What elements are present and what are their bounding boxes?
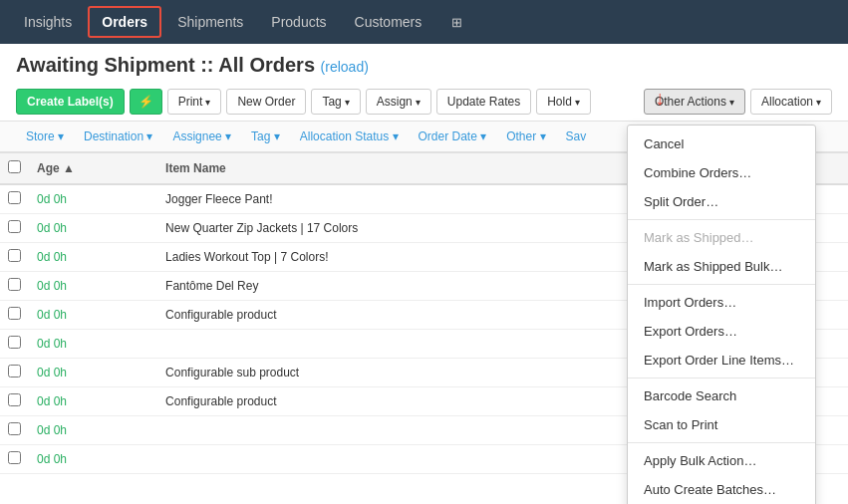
- dropdown-divider: [628, 442, 815, 443]
- dropdown-item-combine-orders-[interactable]: Combine Orders…: [628, 158, 815, 187]
- row-checkbox[interactable]: [8, 278, 21, 291]
- row-checkbox[interactable]: [8, 365, 21, 378]
- toolbar-right: Other Actions ↓ Allocation CancelCombine…: [644, 89, 832, 115]
- row-checkbox-cell[interactable]: [0, 184, 29, 214]
- item-name-cell: Configurable product: [157, 387, 657, 416]
- row-checkbox[interactable]: [8, 220, 21, 233]
- grid-icon[interactable]: ⊞: [445, 9, 468, 36]
- item-name-cell: Jogger Fleece Pant!: [157, 184, 657, 214]
- hold-button[interactable]: Hold: [536, 89, 591, 115]
- nav-item-shipments[interactable]: Shipments: [165, 8, 255, 36]
- age-cell: 0d 0h: [29, 301, 157, 330]
- filter-item-order-date[interactable]: Order Date ▾: [409, 126, 497, 147]
- filter-item-destination[interactable]: Destination ▾: [74, 126, 162, 147]
- dropdown-item-mark-as-shipped-bulk-[interactable]: Mark as Shipped Bulk…: [628, 252, 815, 281]
- dropdown-item-cancel[interactable]: Cancel: [628, 129, 815, 158]
- item-name-cell: [157, 445, 657, 474]
- age-cell: 0d 0h: [29, 445, 157, 474]
- dropdown-item-export-order-line-items-[interactable]: Export Order Line Items…: [628, 346, 815, 375]
- row-checkbox-cell[interactable]: [0, 416, 29, 445]
- dropdown-item-apply-bulk-action-[interactable]: Apply Bulk Action…: [628, 446, 815, 475]
- item-name-cell: [157, 330, 657, 359]
- row-checkbox[interactable]: [8, 191, 21, 204]
- filter-item-store[interactable]: Store ▾: [16, 126, 74, 147]
- item-name-column-header[interactable]: Item Name: [157, 153, 657, 184]
- dropdown-divider: [628, 219, 815, 220]
- row-checkbox-cell[interactable]: [0, 214, 29, 243]
- dropdown-item-import-orders-[interactable]: Import Orders…: [628, 288, 815, 317]
- page-title: Awaiting Shipment :: All Orders (reload): [16, 54, 369, 76]
- filter-item-assignee[interactable]: Assignee ▾: [162, 126, 241, 147]
- new-order-button[interactable]: New Order: [226, 89, 306, 115]
- dropdown-item-barcode-search[interactable]: Barcode Search: [628, 381, 815, 410]
- dropdown-item-mark-as-shipped-: Mark as Shipped…: [628, 223, 815, 252]
- row-checkbox-cell[interactable]: [0, 301, 29, 330]
- row-checkbox-cell[interactable]: [0, 272, 29, 301]
- dropdown-divider: [628, 284, 815, 285]
- dropdown-item-export-orders-[interactable]: Export Orders…: [628, 317, 815, 346]
- item-name-cell: Configurable product: [157, 301, 657, 330]
- create-label-button[interactable]: Create Label(s): [16, 89, 125, 115]
- filter-item-other[interactable]: Other ▾: [496, 126, 555, 147]
- nav-item-orders[interactable]: Orders: [88, 6, 161, 38]
- age-cell: 0d 0h: [29, 387, 157, 416]
- tag-button[interactable]: Tag: [311, 89, 360, 115]
- reload-link[interactable]: (reload): [321, 59, 369, 75]
- row-checkbox-cell[interactable]: [0, 359, 29, 387]
- age-cell: 0d 0h: [29, 359, 157, 387]
- print-button[interactable]: Print: [167, 89, 222, 115]
- row-checkbox[interactable]: [8, 307, 21, 320]
- dropdown-divider: [628, 378, 815, 378]
- age-cell: 0d 0h: [29, 184, 157, 214]
- page-header: Awaiting Shipment :: All Orders (reload): [0, 44, 848, 83]
- item-name-cell: New Quarter Zip Jackets | 17 Colors: [157, 214, 657, 243]
- row-checkbox[interactable]: [8, 422, 21, 435]
- age-cell: 0d 0h: [29, 416, 157, 445]
- age-cell: 0d 0h: [29, 214, 157, 243]
- age-cell: 0d 0h: [29, 272, 157, 301]
- item-name-cell: Fantôme Del Rey: [157, 272, 657, 301]
- nav-item-products[interactable]: Products: [259, 8, 338, 36]
- select-all-header[interactable]: [0, 153, 29, 184]
- allocation-button[interactable]: Allocation: [750, 89, 832, 115]
- row-checkbox[interactable]: [8, 393, 21, 406]
- other-actions-dropdown: CancelCombine Orders…Split Order…Mark as…: [627, 125, 816, 504]
- select-all-checkbox[interactable]: [8, 160, 21, 173]
- row-checkbox[interactable]: [8, 249, 21, 262]
- row-checkbox[interactable]: [8, 451, 21, 464]
- dropdown-item-scan-to-print[interactable]: Scan to Print: [628, 410, 815, 439]
- nav-bar: Insights Orders Shipments Products Custo…: [0, 0, 848, 44]
- row-checkbox-cell[interactable]: [0, 330, 29, 359]
- item-name-cell: Ladies Workout Top | 7 Colors!: [157, 243, 657, 272]
- dropdown-item-auto-create-batches-[interactable]: Auto Create Batches…: [628, 475, 815, 504]
- item-name-cell: [157, 416, 657, 445]
- toolbar: Create Label(s) ⚡ Print New Order Tag As…: [0, 83, 848, 121]
- age-cell: 0d 0h: [29, 243, 157, 272]
- row-checkbox-cell[interactable]: [0, 445, 29, 474]
- filter-item-allocation-status[interactable]: Allocation Status ▾: [290, 126, 409, 147]
- update-rates-button[interactable]: Update Rates: [436, 89, 531, 115]
- age-column-header[interactable]: Age ▲: [29, 153, 157, 184]
- row-checkbox[interactable]: [8, 336, 21, 349]
- filter-item-tag[interactable]: Tag ▾: [241, 126, 290, 147]
- filter-item-sav[interactable]: Sav: [556, 126, 597, 147]
- assign-button[interactable]: Assign: [366, 89, 431, 115]
- age-cell: 0d 0h: [29, 330, 157, 359]
- dropdown-item-split-order-[interactable]: Split Order…: [628, 187, 815, 216]
- lightning-button[interactable]: ⚡: [130, 89, 162, 115]
- item-name-cell: Configurable sub product: [157, 359, 657, 387]
- nav-item-customers[interactable]: Customers: [343, 8, 434, 36]
- red-arrow-indicator: ↓: [655, 87, 665, 110]
- row-checkbox-cell[interactable]: [0, 243, 29, 272]
- nav-item-insights[interactable]: Insights: [12, 8, 84, 36]
- row-checkbox-cell[interactable]: [0, 387, 29, 416]
